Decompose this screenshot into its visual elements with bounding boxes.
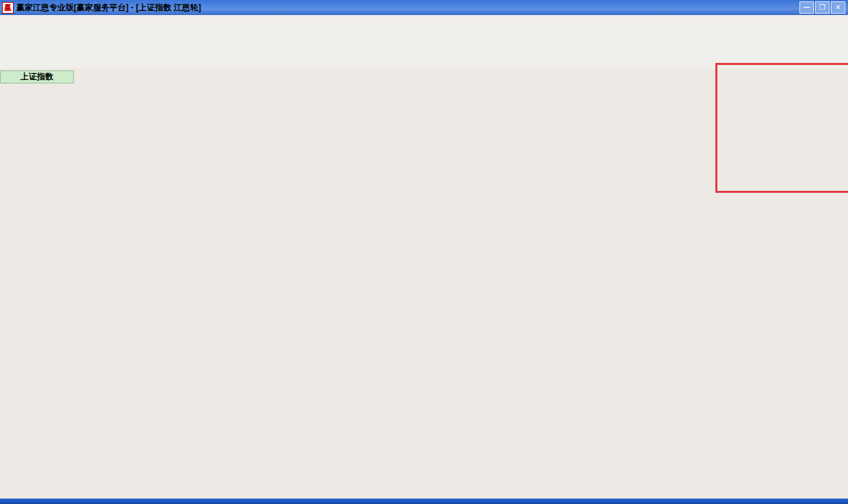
chart-area: 上证指数 xyxy=(0,68,848,499)
app-logo-icon: 赢 xyxy=(2,2,14,14)
window-controls: —❐✕ xyxy=(799,1,848,14)
menu-bar xyxy=(0,15,848,31)
window-title: 赢家江恩专业版[赢家服务平台] - [上证指数 江恩轮] xyxy=(16,2,201,14)
quote-info-panel: 上证指数 xyxy=(0,70,74,83)
taskbar-edge xyxy=(0,499,848,504)
toolbar-main xyxy=(0,31,848,53)
symbol-title: 上证指数 xyxy=(0,70,74,83)
minimize-button[interactable]: — xyxy=(799,1,814,14)
close-button[interactable]: ✕ xyxy=(831,1,845,14)
annotation-note-box xyxy=(715,63,848,193)
maximize-button[interactable]: ❐ xyxy=(815,1,830,14)
window-titlebar: 赢 赢家江恩专业版[赢家服务平台] - [上证指数 江恩轮] —❐✕ xyxy=(0,0,848,15)
